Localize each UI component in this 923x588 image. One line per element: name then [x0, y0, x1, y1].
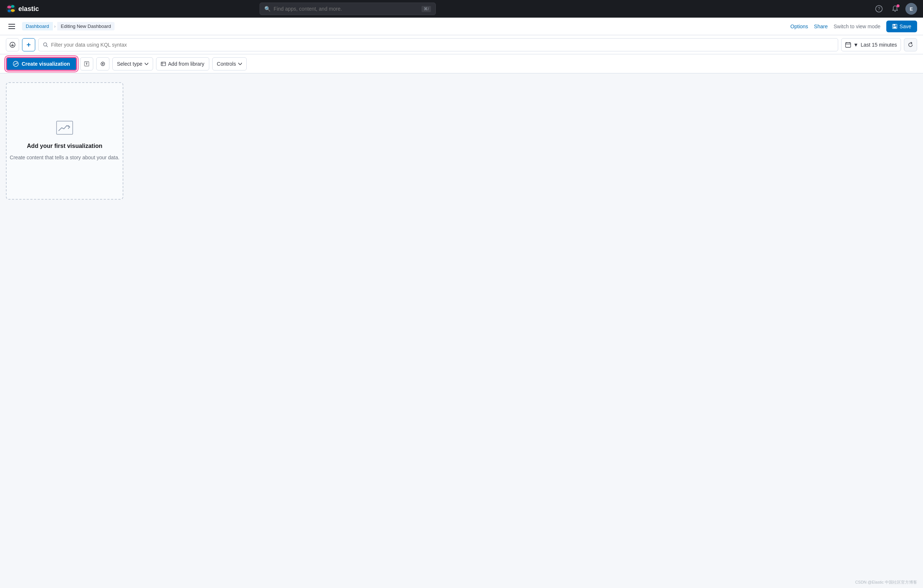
- kql-filter-input-wrapper[interactable]: [38, 38, 838, 51]
- filter-bar: ▼ Last 15 minutes: [0, 35, 923, 54]
- empty-state-description: Create content that tells a story about …: [10, 154, 120, 161]
- controls-button[interactable]: Controls: [212, 57, 247, 71]
- save-icon: [892, 24, 897, 29]
- svg-rect-19: [846, 43, 851, 48]
- filter-toggle-button[interactable]: [6, 38, 19, 51]
- breadcrumb-current-label: Editing New Dashboard: [57, 22, 115, 30]
- plus-icon: [26, 42, 31, 48]
- elastic-logo-icon: [6, 4, 16, 14]
- select-type-chevron-icon: [145, 63, 148, 65]
- search-icon: 🔍: [264, 6, 271, 12]
- svg-point-17: [44, 43, 47, 46]
- secondary-nav: Dashboard › Editing New Dashboard Option…: [0, 18, 923, 35]
- library-icon: [161, 61, 166, 66]
- dashboard-toolbar: Create visualization T Select type Add f…: [0, 54, 923, 74]
- svg-point-4: [8, 10, 11, 12]
- breadcrumb: Dashboard › Editing New Dashboard: [22, 22, 115, 30]
- add-from-library-button[interactable]: Add from library: [156, 57, 209, 71]
- breadcrumb-dashboard-label[interactable]: Dashboard: [22, 22, 53, 30]
- footer-watermark: CSDN @Elastic 中国社区官方博客: [855, 580, 917, 585]
- svg-point-27: [102, 63, 103, 65]
- notification-icon-button[interactable]: [889, 3, 901, 15]
- top-nav: elastic 🔍 ⌘/ ? E: [0, 0, 923, 18]
- svg-text:T: T: [85, 62, 88, 66]
- calendar-icon: [845, 42, 851, 48]
- breadcrumb-current-item: Editing New Dashboard: [57, 22, 115, 30]
- empty-state-title: Add your first visualization: [27, 143, 102, 149]
- time-range-chevron: ▼: [853, 42, 858, 48]
- search-icon: [43, 42, 48, 48]
- help-icon: ?: [875, 5, 883, 13]
- create-visualization-label: Create visualization: [22, 61, 70, 67]
- save-button-label: Save: [900, 23, 911, 30]
- kql-filter-input[interactable]: [51, 42, 833, 48]
- menu-button[interactable]: [6, 21, 18, 32]
- breadcrumb-dashboard-item[interactable]: Dashboard: [22, 22, 53, 30]
- svg-point-0: [6, 4, 16, 13]
- image-icon: [100, 61, 106, 67]
- hamburger-icon: [8, 24, 15, 29]
- share-button[interactable]: Share: [814, 23, 828, 30]
- controls-chevron-icon: [238, 63, 242, 65]
- svg-text:?: ?: [878, 6, 880, 11]
- svg-point-3: [11, 9, 15, 12]
- svg-point-1: [7, 6, 11, 8]
- bell-icon: [892, 5, 899, 13]
- svg-line-18: [47, 46, 48, 47]
- elastic-logo[interactable]: elastic: [6, 4, 39, 14]
- image-panel-button[interactable]: [96, 57, 109, 71]
- switch-view-button[interactable]: Switch to view mode: [833, 23, 880, 30]
- select-type-button[interactable]: Select type: [112, 57, 153, 71]
- add-filter-button[interactable]: [22, 38, 35, 51]
- svg-point-2: [11, 5, 14, 8]
- empty-state-icon: [56, 120, 74, 138]
- svg-rect-12: [893, 26, 896, 28]
- options-button[interactable]: Options: [790, 23, 808, 30]
- svg-rect-9: [8, 28, 15, 29]
- svg-rect-8: [8, 26, 15, 27]
- chart-icon: [56, 120, 74, 135]
- nav-icons-group: ? E: [873, 3, 917, 15]
- global-search-input[interactable]: [274, 6, 419, 12]
- svg-rect-11: [893, 24, 895, 26]
- nav-actions: Options Share Switch to view mode Save: [790, 21, 917, 32]
- refresh-button[interactable]: [904, 38, 917, 51]
- controls-label: Controls: [217, 61, 236, 67]
- time-range-label: Last 15 minutes: [861, 42, 897, 48]
- footer-text: CSDN @Elastic 中国社区官方博客: [855, 580, 917, 584]
- help-icon-button[interactable]: ?: [873, 3, 885, 15]
- svg-rect-7: [8, 24, 15, 25]
- create-visualization-button[interactable]: Create visualization: [6, 57, 77, 71]
- main-content-area: Add your first visualization Create cont…: [0, 74, 923, 588]
- global-search-bar[interactable]: 🔍 ⌘/: [259, 3, 436, 15]
- empty-visualization-panel: Add your first visualization Create cont…: [6, 82, 123, 200]
- elastic-brand-text: elastic: [18, 5, 39, 13]
- text-panel-button[interactable]: T: [80, 57, 93, 71]
- refresh-icon: [908, 42, 913, 48]
- add-from-library-label: Add from library: [168, 61, 205, 67]
- text-icon: T: [84, 61, 90, 67]
- filter-icon: [9, 42, 16, 48]
- svg-rect-28: [161, 62, 166, 66]
- user-avatar[interactable]: E: [905, 3, 917, 15]
- visualization-icon: [13, 61, 19, 67]
- breadcrumb-separator: ›: [54, 24, 56, 29]
- select-type-label: Select type: [117, 61, 143, 67]
- time-picker-button[interactable]: ▼ Last 15 minutes: [841, 38, 901, 51]
- save-button[interactable]: Save: [886, 21, 917, 32]
- search-shortcut-badge: ⌘/: [422, 6, 431, 12]
